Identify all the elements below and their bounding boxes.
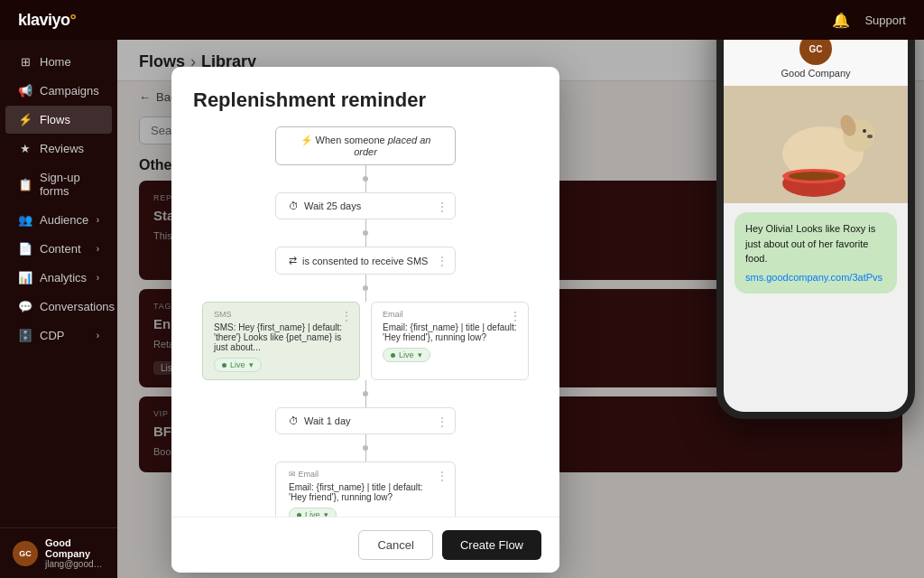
analytics-icon: 📊 <box>18 271 32 284</box>
live-chevron[interactable]: ▾ <box>249 360 254 369</box>
signup-forms-icon: 📋 <box>18 178 32 191</box>
email-branch-label: Email <box>383 310 517 319</box>
phone-mockup: ‹ GC Good Company <box>716 40 915 419</box>
connector-5 <box>363 434 368 461</box>
sidebar-item-home[interactable]: ⊞ Home <box>5 48 112 76</box>
sidebar: ⊞ Home 📢 Campaigns ⚡ Flows ★ Reviews 📋 S… <box>0 40 117 578</box>
trigger-text: When someone placed an order <box>316 135 431 157</box>
sidebar-item-flows[interactable]: ⚡ Flows <box>5 106 112 134</box>
clock-icon: ⏱ <box>289 200 299 211</box>
modal-body: ⚡ When someone placed an order ⏱ Wait 25… <box>171 126 559 517</box>
svg-point-6 <box>867 135 873 138</box>
sidebar-item-content[interactable]: 📄 Content › <box>5 235 112 263</box>
avatar: GC <box>13 541 38 566</box>
logo: klaviyo° <box>18 11 76 30</box>
sidebar-label-analytics: Analytics <box>40 271 87 284</box>
final-email-text: Email: {first_name} | title | default: '… <box>289 482 442 502</box>
final-email-node: ✉ Email Email: {first_name} | title | de… <box>275 461 456 517</box>
sidebar-label-home: Home <box>40 55 71 69</box>
condition-menu[interactable]: ⋮ <box>437 255 448 267</box>
company-name: Good Company <box>45 537 105 559</box>
wait-node-25days: ⏱ Wait 25 days ⋮ <box>275 192 456 219</box>
sidebar-label-signup-forms: Sign-up forms <box>40 171 99 198</box>
email-live-badge: Live ▾ <box>383 348 430 362</box>
trigger-node: ⚡ When someone placed an order <box>275 126 456 165</box>
sidebar-item-reviews[interactable]: ★ Reviews <box>5 135 112 163</box>
trigger-icon: ⚡ <box>300 135 316 145</box>
final-live-chevron[interactable]: ▾ <box>324 510 328 517</box>
wait-1day-label: Wait 1 day <box>304 415 351 426</box>
email-live-chevron[interactable]: ▾ <box>418 350 422 359</box>
audience-icon: 👥 <box>18 213 32 227</box>
connector-2 <box>363 219 368 247</box>
sms-menu[interactable]: ⋮ <box>341 310 352 322</box>
final-email-label: ✉ Email <box>289 470 442 479</box>
final-email-menu[interactable]: ⋮ <box>437 470 448 482</box>
reviews-icon: ★ <box>18 142 32 155</box>
phone-link[interactable]: sms.goodcompany.com/3atPvs <box>745 270 886 285</box>
phone-container: ‹ GC Good Company <box>735 40 915 473</box>
cancel-button[interactable]: Cancel <box>358 530 432 560</box>
sidebar-label-flows: Flows <box>40 113 70 126</box>
campaigns-icon: 📢 <box>18 84 32 98</box>
content-chevron: › <box>97 244 99 254</box>
sidebar-item-cdp[interactable]: 🗄️ CDP › <box>5 322 112 350</box>
user-email: jlang@goodcom... <box>45 559 105 569</box>
sms-branch-text: SMS: Hey {first_name} | default: 'there'… <box>214 322 348 352</box>
sidebar-item-audience[interactable]: 👥 Audience › <box>5 206 112 234</box>
sidebar-label-conversations: Conversations <box>40 300 115 313</box>
phone-screen: ‹ GC Good Company <box>724 40 908 412</box>
analytics-chevron: › <box>97 273 99 283</box>
home-icon: ⊞ <box>18 55 32 69</box>
phone-avatar-row: GC Good Company <box>724 40 908 86</box>
flows-icon: ⚡ <box>18 113 32 126</box>
sidebar-label-content: Content <box>40 242 81 256</box>
sms-live-badge: Live ▾ <box>214 358 262 372</box>
phone-message-bubble: Hey Olivia! Looks like Roxy is just abou… <box>735 212 897 294</box>
main-layout: ⊞ Home 📢 Campaigns ⚡ Flows ★ Reviews 📋 S… <box>0 40 924 578</box>
phone-company-name: Good Company <box>781 68 850 79</box>
audience-chevron: › <box>97 215 99 225</box>
conversations-icon: 💬 <box>18 300 32 313</box>
connector-4 <box>363 380 368 407</box>
sidebar-item-campaigns[interactable]: 📢 Campaigns <box>5 77 112 105</box>
sidebar-label-cdp: CDP <box>40 329 64 342</box>
email-menu[interactable]: ⋮ <box>510 310 521 322</box>
support-link[interactable]: Support <box>864 14 906 27</box>
final-email-live: Live ▾ <box>289 508 337 517</box>
wait-25-label: Wait 25 days <box>304 200 361 211</box>
topbar: klaviyo° 🔔 Support <box>0 0 924 40</box>
phone-avatar: GC <box>799 40 832 65</box>
modal-footer: Cancel Create Flow <box>171 517 559 573</box>
modal-title: Replenishment reminder <box>193 89 538 112</box>
email-branch-text: Email: {first_name} | title | default: '… <box>383 322 517 342</box>
wait-1day-menu[interactable]: ⋮ <box>437 415 448 428</box>
svg-point-5 <box>863 129 866 133</box>
sidebar-user-info: Good Company jlang@goodcom... <box>45 537 105 569</box>
connector-1 <box>363 165 368 192</box>
bell-icon[interactable]: 🔔 <box>832 12 850 29</box>
clock2-icon: ⏱ <box>289 415 299 426</box>
email-branch-node: Email Email: {first_name} | title | defa… <box>371 302 529 380</box>
sidebar-bottom[interactable]: GC Good Company jlang@goodcom... <box>0 527 117 578</box>
condition-icon: ⇄ <box>289 255 297 266</box>
svg-point-9 <box>789 172 839 181</box>
phone-image <box>724 86 908 203</box>
cdp-icon: 🗄️ <box>18 329 32 342</box>
connector-3 <box>363 275 368 302</box>
create-flow-button[interactable]: Create Flow <box>442 530 541 560</box>
sidebar-item-signup-forms[interactable]: 📋 Sign-up forms <box>5 163 112 205</box>
modal: Replenishment reminder ⚡ When someone pl… <box>171 67 559 573</box>
wait-25-menu[interactable]: ⋮ <box>437 200 448 213</box>
sidebar-item-conversations[interactable]: 💬 Conversations <box>5 293 112 321</box>
sidebar-label-audience: Audience <box>40 213 88 227</box>
wait-1day-node: ⏱ Wait 1 day ⋮ <box>275 407 456 434</box>
content-icon: 📄 <box>18 242 32 256</box>
sms-branch-node: SMS SMS: Hey {first_name} | default: 'th… <box>202 302 360 380</box>
cdp-chevron: › <box>97 331 99 340</box>
sidebar-label-reviews: Reviews <box>40 142 84 155</box>
condition-node: ⇄ is consented to receive SMS ⋮ <box>275 247 456 275</box>
logo-mark: ° <box>70 11 77 29</box>
sidebar-item-analytics[interactable]: 📊 Analytics › <box>5 264 112 292</box>
content-area: Flows › Library ← Back to library Other … <box>117 40 924 578</box>
